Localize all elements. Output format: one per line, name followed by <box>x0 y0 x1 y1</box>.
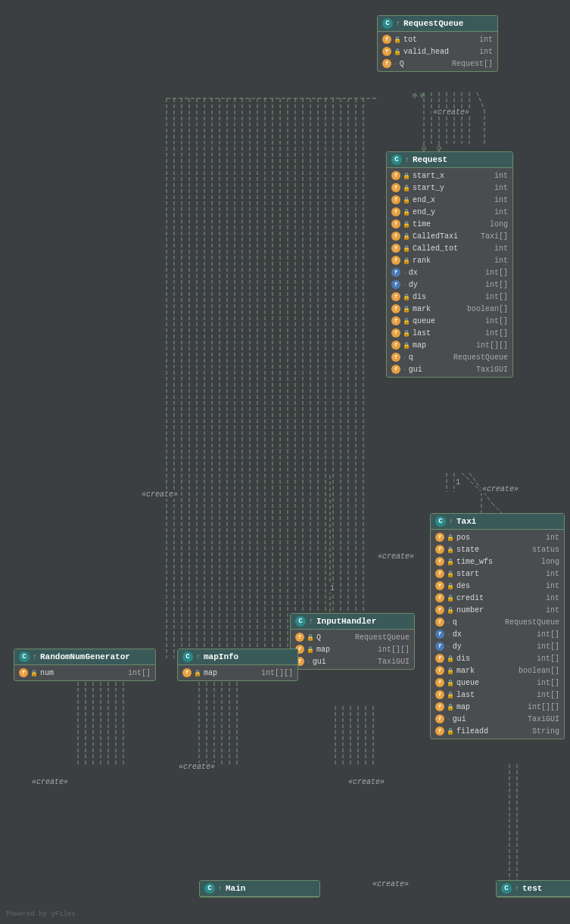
lock-q-rq: ◦ <box>394 61 397 67</box>
lk-dy-taxi: ◦ <box>447 643 450 650</box>
lk-fileadd: 🔒 <box>447 728 454 735</box>
fi-sy: f <box>391 183 400 192</box>
lk-sy: 🔒 <box>403 185 410 191</box>
ft-sx: int <box>494 172 508 180</box>
one-label-1: 1 <box>454 478 462 487</box>
fn-sx: start_x <box>413 172 492 180</box>
rng-name: RandomNumGenerator <box>40 652 130 661</box>
fn-credit: credit <box>456 594 544 602</box>
fn-time: time <box>413 220 487 229</box>
fn-mark-taxi: mark <box>456 667 516 675</box>
fn-ey: end_y <box>413 208 492 216</box>
field-pos: f 🔒 pos int <box>431 531 564 543</box>
fi-q-req: f <box>391 353 400 362</box>
lk-state: 🔒 <box>447 546 454 553</box>
fi-mark: f <box>391 304 400 313</box>
field-dx-req: f ◦ dx int[] <box>387 266 512 278</box>
field-queue-req: f 🔒 queue int[] <box>387 315 512 327</box>
ft-rank: int <box>494 257 508 265</box>
field-last-taxi: f 🔒 last int[] <box>431 689 564 701</box>
field-start-x: f 🔒 start_x int <box>387 170 512 182</box>
ft-q-taxi: RequestQueue <box>505 618 559 627</box>
fi-q-ih: f <box>295 633 304 642</box>
lk-map-taxi: 🔒 <box>447 704 454 711</box>
field-name-q-rq: Q <box>400 60 450 68</box>
field-q-req: f ◦ q RequestQueue <box>387 351 512 363</box>
lk-gui-req: ◦ <box>403 366 406 373</box>
field-des: f 🔒 des int <box>431 580 564 592</box>
lk-credit: 🔒 <box>447 595 454 602</box>
one-label-2: 1 <box>329 584 336 593</box>
field-type-vh: int <box>479 48 493 56</box>
create-label-4: «create» <box>376 552 416 561</box>
ft-q-ih: RequestQueue <box>355 633 410 642</box>
field-called-tot: f 🔒 Called_tot int <box>387 242 512 254</box>
ft-ex: int <box>494 196 508 204</box>
field-start-taxi: f 🔒 start int <box>431 568 564 580</box>
taxi-fields: f 🔒 pos int f 🔒 state status f 🔒 time_wf… <box>431 530 564 739</box>
test-class: C ↑ test <box>496 880 570 898</box>
fi-des: f <box>435 581 444 590</box>
create-label-5: «create» <box>177 763 216 771</box>
diagram-canvas: C ↑ RequestQueue f 🔒 tot int f 🔒 valid_h… <box>0 0 570 924</box>
ft-pos: int <box>546 534 559 542</box>
lk-rank: 🔒 <box>403 257 410 264</box>
class-icon-taxi: C <box>435 516 446 527</box>
class-icon-rq: C <box>382 18 393 29</box>
field-icon-q-rq: f <box>382 59 391 68</box>
field-state: f 🔒 state status <box>431 543 564 555</box>
inherit-icon-rq: ↑ <box>396 20 400 28</box>
fi-last: f <box>391 328 400 338</box>
rng-header: C ↑ RandomNumGenerator <box>14 649 155 665</box>
fn-dy-taxi: dy <box>453 642 534 651</box>
request-class: C ↑ Request f 🔒 start_x int f 🔒 start_y … <box>386 151 513 378</box>
lk-gui-ih: ◦ <box>307 658 310 665</box>
fn-fileadd: fileadd <box>456 727 530 736</box>
fn-gui-req: gui <box>409 366 474 374</box>
field-called-taxi: f 🔒 CalledTaxi Taxi[] <box>387 230 512 242</box>
inputhandler-fields: f 🔒 Q RequestQueue f 🔒 map int[][] f ◦ g… <box>291 630 414 669</box>
fi-dy: f <box>391 280 400 289</box>
ft-ctot: int <box>494 244 508 253</box>
fi-ct: f <box>391 232 400 241</box>
field-number: f 🔒 number int <box>431 604 564 616</box>
fi-st: f <box>435 569 444 578</box>
lk-sx: 🔒 <box>403 173 410 179</box>
fn-rank: rank <box>413 257 492 265</box>
request-fields: f 🔒 start_x int f 🔒 start_y int f 🔒 end_… <box>387 168 512 377</box>
fn-q-taxi: q <box>453 618 503 627</box>
fi-dy-taxi: f <box>435 642 444 651</box>
create-label-1: «create» <box>431 108 471 117</box>
fn-mark: mark <box>413 305 465 313</box>
test-header: C ↑ test <box>497 881 570 897</box>
ft-dis-taxi: int[] <box>537 655 559 663</box>
fn-des: des <box>456 582 544 590</box>
lk-dx-taxi: ◦ <box>447 631 450 638</box>
lk-num-rng: 🔒 <box>30 670 38 677</box>
field-map-ih: f 🔒 map int[][] <box>291 643 414 655</box>
fi-time: f <box>391 219 400 229</box>
fi-q-taxi: f <box>435 618 444 627</box>
field-icon-tot: f <box>382 35 391 44</box>
class-icon-rng: C <box>19 652 30 662</box>
inherit-icon-test: ↑ <box>515 885 519 893</box>
field-queue-taxi: f 🔒 queue int[] <box>431 677 564 689</box>
field-rank: f 🔒 rank int <box>387 254 512 266</box>
taxi-class: C ↑ Taxi f 🔒 pos int f 🔒 state status f … <box>430 513 565 739</box>
create-label-8: «create» <box>371 880 410 888</box>
class-icon-main: C <box>204 883 215 894</box>
field-type-q-rq: Request[] <box>452 60 493 68</box>
field-mark-taxi: f 🔒 mark boolean[] <box>431 664 564 677</box>
fi-dx-taxi: f <box>435 630 444 639</box>
lk-mark-taxi: 🔒 <box>447 667 454 674</box>
fi-dis: f <box>391 292 400 301</box>
fi-queue-taxi: f <box>435 678 444 687</box>
ft-q-req: RequestQueue <box>453 353 508 362</box>
fn-dis-taxi: dis <box>456 655 534 663</box>
fi-fileadd: f <box>435 726 444 736</box>
fn-dx-taxi: dx <box>453 630 534 639</box>
ft-queue-taxi: int[] <box>537 679 559 687</box>
lk-last-taxi: 🔒 <box>447 692 454 698</box>
field-type-tot: int <box>479 36 493 44</box>
class-icon-mi: C <box>182 652 193 662</box>
